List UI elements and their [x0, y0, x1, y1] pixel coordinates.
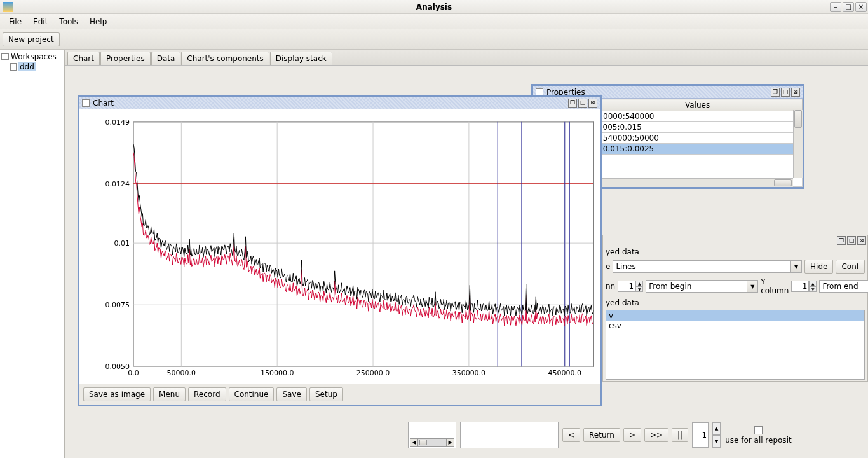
data-panel: ❐ □ ⊠ yed data e ▼ Hide Conf nn: [602, 235, 868, 382]
close-icon[interactable]: ⊠: [791, 88, 800, 97]
window-titlebar: Analysis – □ ×: [0, 0, 868, 14]
menu-tools[interactable]: Tools: [54, 15, 83, 28]
xcol-spinner[interactable]: ▲▼: [618, 281, 643, 292]
chevron-down-icon[interactable]: ▼: [791, 260, 802, 273]
tree-item-label: ddd: [18, 62, 36, 71]
prev-button[interactable]: <: [562, 428, 580, 442]
maximize-icon[interactable]: □: [847, 236, 856, 245]
window-icon: [82, 99, 90, 107]
pause-button[interactable]: ||: [672, 428, 688, 442]
workspace-tree: Workspaces ddd: [0, 50, 65, 458]
use-all-checkbox[interactable]: use for all reposit: [725, 426, 792, 445]
record-button[interactable]: Record: [188, 387, 226, 401]
toolbar: New project: [0, 29, 868, 50]
svg-text:0.0124: 0.0124: [105, 180, 129, 188]
restore-icon[interactable]: ❐: [771, 88, 780, 97]
arrow-left-icon[interactable]: ◀: [410, 438, 418, 447]
tab-display-stack[interactable]: Display stack: [270, 52, 332, 65]
type-input[interactable]: [613, 260, 791, 273]
data-file-list[interactable]: v csv: [606, 310, 865, 380]
restore-icon[interactable]: ❐: [837, 236, 846, 245]
svg-text:350000.0: 350000.0: [452, 369, 485, 377]
checkbox-icon[interactable]: [754, 426, 763, 434]
svg-text:50000.0: 50000.0: [167, 369, 196, 377]
tabbar: Chart Properties Data Chart's components…: [65, 50, 868, 66]
tab-data[interactable]: Data: [151, 52, 181, 65]
list-item[interactable]: csv: [606, 321, 864, 331]
close-icon[interactable]: ⊠: [857, 236, 866, 245]
list-item[interactable]: v: [606, 310, 864, 321]
scroll-preview[interactable]: ◀ ▶: [408, 422, 456, 448]
prop-row[interactable]: 0:0.015:0.0025: [593, 144, 803, 155]
new-project-button[interactable]: New project: [3, 32, 60, 46]
svg-text:0.0149: 0.0149: [105, 118, 129, 127]
type-label: e: [606, 262, 610, 271]
menu-help[interactable]: Help: [85, 15, 112, 28]
svg-text:0.0050: 0.0050: [105, 363, 129, 371]
ycol-spinner[interactable]: ▲▼: [791, 281, 817, 292]
tab-properties[interactable]: Properties: [100, 52, 151, 65]
data-section-label: yed data: [603, 297, 867, 309]
col-values: Values: [593, 99, 803, 111]
chart-title: Chart: [93, 99, 114, 108]
maximize-icon[interactable]: □: [843, 2, 854, 12]
prop-row[interactable]: 6: [593, 165, 803, 176]
arrow-down-icon[interactable]: ▼: [712, 435, 721, 448]
close-icon[interactable]: ⊠: [588, 99, 597, 108]
folder-icon: [1, 53, 9, 60]
maximize-icon[interactable]: □: [781, 88, 790, 97]
checkbox-label: use for all reposit: [725, 436, 792, 445]
menu-file[interactable]: File: [4, 15, 27, 28]
prop-row[interactable]: 0.005:0.015: [593, 122, 803, 133]
bottom-bar: ◀ ▶ < Return > >> || ▲▼: [408, 420, 868, 450]
log-textbox[interactable]: [460, 422, 559, 448]
arrow-up-icon[interactable]: ▲: [712, 422, 721, 435]
maximize-icon[interactable]: □: [578, 99, 587, 108]
vertical-scrollbar[interactable]: [793, 110, 803, 178]
svg-text:450000.0: 450000.0: [548, 369, 581, 377]
tab-chart[interactable]: Chart: [67, 52, 100, 65]
save-button[interactable]: Save: [276, 387, 306, 401]
prop-row[interactable]: -10000:540000: [593, 111, 803, 122]
return-button[interactable]: Return: [583, 428, 620, 442]
fast-forward-button[interactable]: >>: [644, 428, 668, 442]
svg-text:150000.0: 150000.0: [261, 369, 294, 377]
tree-root-label: Workspaces: [11, 52, 57, 61]
app-icon: [3, 2, 13, 12]
ycol-label: Y column: [761, 277, 789, 295]
menu-button[interactable]: Menu: [153, 387, 186, 401]
tree-item[interactable]: ddd: [10, 62, 63, 71]
tab-components[interactable]: Chart's components: [181, 52, 269, 65]
next-button[interactable]: >: [623, 428, 641, 442]
svg-text:0.0075: 0.0075: [105, 301, 129, 309]
ypos-combo[interactable]: [819, 280, 868, 293]
window-title: Analysis: [416, 3, 452, 11]
chart-window[interactable]: Chart ❐ □ ⊠ 0.050000.0150000.0250000.035…: [78, 95, 602, 406]
close-icon[interactable]: ×: [855, 2, 867, 12]
repeat-spinner[interactable]: [692, 422, 709, 448]
xpos-combo[interactable]: ▼: [646, 280, 758, 293]
setup-button[interactable]: Setup: [309, 387, 343, 401]
prop-row[interactable]: 8: [593, 155, 803, 165]
save-as-image-button[interactable]: Save as image: [83, 387, 151, 401]
menubar: File Edit Tools Help: [0, 14, 868, 29]
prop-row[interactable]: 0:540000:50000: [593, 133, 803, 144]
chart-canvas[interactable]: 0.050000.0150000.0250000.0350000.0450000…: [79, 109, 600, 384]
minimize-icon[interactable]: –: [830, 2, 841, 12]
menu-edit[interactable]: Edit: [28, 15, 53, 28]
type-combo[interactable]: ▼: [613, 260, 802, 273]
conf-button[interactable]: Conf: [836, 260, 865, 274]
xcol-label: nn: [606, 282, 615, 291]
chevron-down-icon[interactable]: ▼: [747, 280, 758, 293]
restore-icon[interactable]: ❐: [568, 99, 577, 108]
continue-button[interactable]: Continue: [229, 387, 275, 401]
svg-text:0.01: 0.01: [114, 239, 129, 247]
data-section-label: yed data: [603, 246, 867, 258]
tree-root[interactable]: Workspaces: [1, 52, 63, 61]
hide-button[interactable]: Hide: [804, 260, 833, 274]
svg-rect-0: [133, 122, 593, 367]
document-icon: [10, 63, 17, 71]
svg-text:250000.0: 250000.0: [356, 369, 390, 377]
arrow-right-icon[interactable]: ▶: [446, 438, 454, 447]
